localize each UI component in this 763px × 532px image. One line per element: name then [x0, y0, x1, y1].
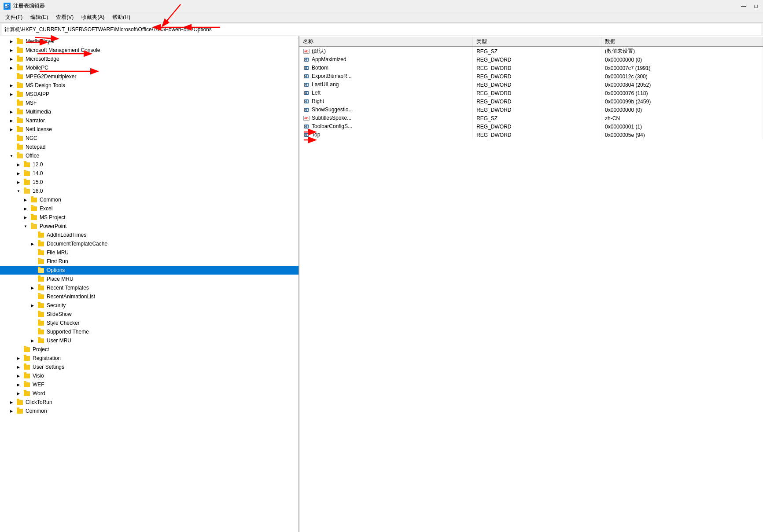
- expand-btn-usermru[interactable]: ▶: [29, 337, 36, 344]
- expand-btn-msproject[interactable]: ▶: [22, 214, 29, 221]
- tree-item-security[interactable]: ▶Security: [0, 301, 299, 310]
- tree-item-options[interactable]: Options: [0, 266, 299, 275]
- table-row[interactable]: 01LeftREG_DWORD0x00000076 (118): [299, 89, 763, 97]
- tree-item-mediaplayer[interactable]: ▶MediaPlayer: [0, 37, 299, 46]
- restore-button[interactable]: □: [752, 3, 759, 10]
- tree-item-usermru[interactable]: ▶User MRU: [0, 336, 299, 345]
- expand-btn-office150[interactable]: ▶: [15, 179, 22, 186]
- tree-item-powerpoint[interactable]: ▼PowerPoint: [0, 222, 299, 231]
- tree-item-multimedia[interactable]: ▶Multimedia: [0, 107, 299, 116]
- expand-btn-word[interactable]: ▶: [15, 390, 22, 397]
- tree-item-supportedtheme[interactable]: Supported Theme: [0, 327, 299, 336]
- tree-label-notepad: Notepad: [26, 144, 45, 150]
- expand-btn-mmconsole[interactable]: ▶: [8, 47, 15, 54]
- expand-btn-powerpoint[interactable]: ▼: [22, 223, 29, 230]
- tree-item-stylechecker[interactable]: Style Checker: [0, 319, 299, 327]
- tree-item-project[interactable]: Project: [0, 345, 299, 354]
- tree-item-office150[interactable]: ▶15.0: [0, 178, 299, 187]
- folder-icon-addinloadtimes: [37, 232, 44, 238]
- folder-icon-clicktorun: [16, 399, 23, 405]
- expand-btn-mobilepc[interactable]: ▶: [8, 64, 15, 71]
- tree-item-office140[interactable]: ▶14.0: [0, 169, 299, 178]
- address-bar[interactable]: 计算机\HKEY_CURRENT_USER\SOFTWARE\Microsoft…: [2, 24, 761, 35]
- tree-item-visio[interactable]: ▶Visio: [0, 371, 299, 380]
- menu-item-h[interactable]: 帮助(H): [109, 13, 134, 22]
- tree-item-msproject[interactable]: ▶MS Project: [0, 213, 299, 222]
- tree-item-common2[interactable]: ▶Common: [0, 407, 299, 415]
- tree-item-msf[interactable]: MSF: [0, 99, 299, 107]
- tree-item-clicktorun[interactable]: ▶ClickToRun: [0, 398, 299, 407]
- table-row[interactable]: 01TopREG_DWORD0x0000005e (94): [299, 131, 763, 139]
- tree-item-recenttemplates[interactable]: ▶Recent Templates: [0, 283, 299, 292]
- tree-item-excel[interactable]: ▶Excel: [0, 204, 299, 213]
- reg-type-cell: REG_DWORD: [473, 131, 601, 139]
- tree-item-netlicense[interactable]: ▶NetLicense: [0, 125, 299, 134]
- expand-btn-wef[interactable]: ▶: [15, 381, 22, 388]
- minimize-button[interactable]: —: [740, 3, 747, 10]
- expand-btn-msedge[interactable]: ▶: [8, 55, 15, 62]
- tree-item-office[interactable]: ▼Office: [0, 151, 299, 160]
- expand-btn-multimedia[interactable]: ▶: [8, 108, 15, 115]
- table-row[interactable]: 01ExportBitmapR...REG_DWORD0x0000012c (3…: [299, 72, 763, 81]
- tree-item-usersettings[interactable]: ▶User Settings: [0, 363, 299, 371]
- table-row[interactable]: 01ShowSuggestio...REG_DWORD0x00000000 (0…: [299, 106, 763, 114]
- expand-btn-office120[interactable]: ▶: [15, 161, 22, 168]
- tree-item-notepad[interactable]: Notepad: [0, 143, 299, 151]
- expand-btn-msdesign[interactable]: ▶: [8, 82, 15, 89]
- tree-item-mmconsole[interactable]: ▶Microsoft Management Console: [0, 46, 299, 55]
- tree-item-msdesign[interactable]: ▶MS Design Tools: [0, 81, 299, 90]
- reg-name-cell: 01Top: [299, 131, 473, 139]
- tree-item-mpeg2[interactable]: MPEG2Demultiplexer: [0, 72, 299, 81]
- menu-item-a[interactable]: 收藏夹(A): [78, 13, 108, 22]
- tree-item-office160[interactable]: ▼16.0: [0, 187, 299, 195]
- table-row[interactable]: 01LastUILangREG_DWORD0x00000804 (2052): [299, 81, 763, 89]
- table-row[interactable]: 01BottomREG_DWORD0x000007c7 (1991): [299, 64, 763, 72]
- expand-btn-msdaipp[interactable]: ▶: [8, 91, 15, 98]
- tree-item-ngc[interactable]: NGC: [0, 134, 299, 143]
- tree-item-registration[interactable]: ▶Registration: [0, 354, 299, 363]
- tree-item-word[interactable]: ▶Word: [0, 389, 299, 398]
- expand-btn-clicktorun[interactable]: ▶: [8, 399, 15, 406]
- tree-item-placemru[interactable]: Place MRU: [0, 275, 299, 283]
- tree-item-msedge[interactable]: ▶MicrosoftEdge: [0, 55, 299, 63]
- table-row[interactable]: 01ToolbarConfigS...REG_DWORD0x00000001 (…: [299, 122, 763, 131]
- tree-panel[interactable]: ▶MediaPlayer▶Microsoft Management Consol…: [0, 36, 299, 532]
- expand-btn-visio[interactable]: ▶: [15, 372, 22, 379]
- tree-item-slideshow[interactable]: SlideShow: [0, 310, 299, 319]
- tree-item-wef[interactable]: ▶WEF: [0, 380, 299, 389]
- expand-btn-excel[interactable]: ▶: [22, 205, 29, 212]
- expand-btn-common[interactable]: ▶: [22, 196, 29, 203]
- expand-btn-office140[interactable]: ▶: [15, 170, 22, 177]
- menu-item-f[interactable]: 文件(F): [2, 13, 26, 22]
- expand-btn-common2[interactable]: ▶: [8, 407, 15, 415]
- menu-item-v[interactable]: 查看(V): [52, 13, 77, 22]
- tree-item-common[interactable]: ▶Common: [0, 195, 299, 204]
- expand-btn-security[interactable]: ▶: [29, 302, 36, 309]
- tree-item-narrator[interactable]: ▶Narrator: [0, 116, 299, 125]
- expand-btn-usersettings[interactable]: ▶: [15, 363, 22, 371]
- tree-item-msdaipp[interactable]: ▶MSDAIPP: [0, 90, 299, 99]
- tree-item-recentanimationlist[interactable]: RecentAnimationList: [0, 292, 299, 301]
- expand-btn-narrator[interactable]: ▶: [8, 117, 15, 124]
- tree-item-office120[interactable]: ▶12.0: [0, 160, 299, 169]
- expand-btn-registration[interactable]: ▶: [15, 355, 22, 362]
- tree-item-addinloadtimes[interactable]: AddInLoadTimes: [0, 231, 299, 239]
- expand-btn-office[interactable]: ▼: [8, 152, 15, 159]
- tree-item-mobilepc[interactable]: ▶MobilePC: [0, 63, 299, 72]
- expand-btn-recenttemplates[interactable]: ▶: [29, 284, 36, 291]
- tree-item-doctemplatecache[interactable]: ▶DocumentTemplateCache: [0, 239, 299, 248]
- table-row[interactable]: abSubtitlesSpoke...REG_SZzh-CN: [299, 114, 763, 122]
- tree-item-firstrun[interactable]: First Run: [0, 257, 299, 266]
- table-row[interactable]: ab(默认)REG_SZ(数值未设置): [299, 47, 763, 55]
- expand-btn-mediaplayer[interactable]: ▶: [8, 38, 15, 45]
- table-row[interactable]: 01RightREG_DWORD0x0000099b (2459): [299, 97, 763, 106]
- table-row[interactable]: 01AppMaximizedREG_DWORD0x00000000 (0): [299, 55, 763, 64]
- menu-item-e[interactable]: 编辑(E): [27, 13, 52, 22]
- tree-item-filemru[interactable]: File MRU: [0, 248, 299, 257]
- tree-label-firstrun: First Run: [47, 258, 68, 264]
- expand-btn-netlicense[interactable]: ▶: [8, 126, 15, 133]
- dword-icon: 01: [304, 99, 309, 103]
- expand-btn-office160[interactable]: ▼: [15, 187, 22, 194]
- expand-btn-doctemplatecache[interactable]: ▶: [29, 240, 36, 247]
- registry-panel[interactable]: 名称 类型 数据 ab(默认)REG_SZ(数值未设置)01AppMaximiz…: [299, 36, 763, 532]
